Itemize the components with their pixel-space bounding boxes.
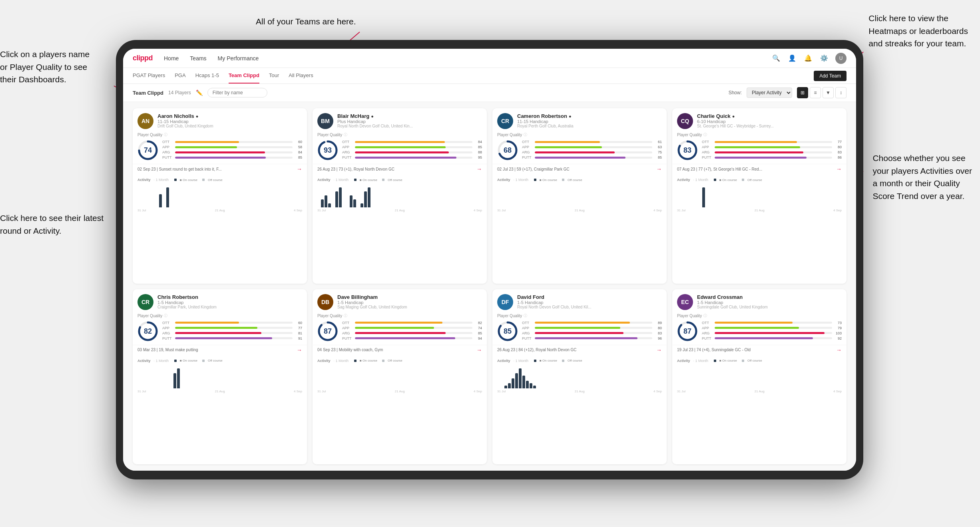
subtabs: PGAT Players PGA Hcaps 1-5 Team Clippd T… bbox=[123, 68, 856, 84]
stat-value: 96 bbox=[654, 336, 662, 340]
verified-icon: ● bbox=[196, 114, 199, 119]
filter-icon[interactable]: ▼ bbox=[823, 87, 834, 98]
quality-circle[interactable]: 93 bbox=[317, 140, 338, 161]
on-course-legend-label: ■ On course bbox=[180, 178, 197, 182]
stat-bar-fill bbox=[175, 332, 261, 334]
avatar[interactable]: U bbox=[835, 53, 847, 64]
quality-circle[interactable]: 82 bbox=[137, 321, 158, 342]
stat-bar-fill bbox=[535, 337, 637, 339]
quality-content: 87 OTT 82 APP 74 ARG 85 PUTT bbox=[317, 321, 482, 342]
stat-bar-fill bbox=[535, 327, 620, 329]
stat-label: ARG bbox=[702, 150, 713, 154]
grid-view-icon[interactable]: ⊞ bbox=[797, 87, 808, 98]
edit-icon[interactable]: ✏️ bbox=[196, 89, 203, 96]
nav-home[interactable]: Home bbox=[164, 55, 179, 62]
stat-row: ARG 81 bbox=[162, 331, 302, 335]
subtab-pgat[interactable]: PGAT Players bbox=[133, 68, 165, 84]
chart-label-start: 31 Jul bbox=[137, 209, 146, 212]
latest-round-arrow[interactable]: → bbox=[836, 347, 842, 353]
player-name[interactable]: Edward Crossman bbox=[697, 294, 842, 300]
stat-value: 92 bbox=[834, 336, 842, 340]
player-name[interactable]: Dave Billingham bbox=[337, 294, 482, 300]
show-label: Show: bbox=[729, 90, 742, 95]
subtab-hcaps[interactable]: Hcaps 1-5 bbox=[195, 68, 219, 84]
latest-round-arrow[interactable]: → bbox=[656, 347, 662, 353]
chart-label-mid: 21 Aug bbox=[395, 209, 405, 212]
activity-period: · 1 Month bbox=[514, 178, 529, 182]
quality-circle[interactable]: 83 bbox=[677, 140, 698, 161]
player-club: Sunningdale Golf Club, United Kingdom bbox=[697, 305, 842, 309]
stat-row: PUTT 94 bbox=[342, 336, 482, 340]
nav-teams[interactable]: Teams bbox=[190, 55, 206, 62]
on-course-legend-label: ■ On course bbox=[540, 178, 557, 182]
stat-row: PUTT 86 bbox=[702, 155, 842, 159]
off-course-legend-dot bbox=[382, 360, 384, 362]
on-course-legend-label: ■ On course bbox=[719, 359, 737, 362]
stat-bar-bg bbox=[175, 322, 293, 324]
search-icon[interactable]: 🔍 bbox=[771, 54, 781, 63]
stat-label: OTT bbox=[522, 140, 533, 144]
quality-section: Player Quality ⓘ 93 OTT 84 APP 85 bbox=[313, 132, 487, 164]
subtab-pga[interactable]: PGA bbox=[175, 68, 185, 84]
latest-round: 26 Aug 23 | 73 (+1), Royal North Devon G… bbox=[313, 164, 487, 175]
quality-circle[interactable]: 87 bbox=[677, 321, 698, 342]
latest-round: 02 Jul 23 | 59 (+17), Craigmillar Park G… bbox=[492, 164, 667, 175]
quality-circle[interactable]: 68 bbox=[497, 140, 518, 161]
latest-round-arrow[interactable]: → bbox=[476, 347, 482, 353]
chart-bar bbox=[519, 368, 522, 388]
subtab-tour[interactable]: Tour bbox=[269, 68, 279, 84]
on-course-legend-dot bbox=[354, 179, 357, 181]
latest-round-arrow[interactable]: → bbox=[297, 347, 302, 353]
subtab-team-clippd[interactable]: Team Clippd bbox=[229, 68, 259, 84]
quality-circle[interactable]: 87 bbox=[317, 321, 338, 342]
nav-my-performance[interactable]: My Performance bbox=[218, 55, 259, 62]
annotation-top-center: All of your Teams are here. bbox=[256, 15, 356, 28]
player-name[interactable]: Cameron Robertson ● bbox=[517, 113, 662, 119]
bell-icon[interactable]: 🔔 bbox=[803, 54, 813, 63]
list-view-icon[interactable]: ≡ bbox=[810, 87, 821, 98]
annotation-left-top: Click on a players nameor Player Quality… bbox=[0, 48, 90, 86]
activity-title: Activity bbox=[137, 359, 151, 363]
player-name[interactable]: Blair McHarg ● bbox=[337, 113, 482, 119]
stat-label: OTT bbox=[162, 140, 173, 144]
latest-round-arrow[interactable]: → bbox=[476, 166, 482, 172]
quality-circle[interactable]: 74 bbox=[137, 140, 158, 161]
player-name[interactable]: Aaron Nicholls ● bbox=[157, 113, 302, 119]
chart-area bbox=[137, 183, 302, 207]
latest-round-arrow[interactable]: → bbox=[836, 166, 842, 172]
stat-bar-bg bbox=[715, 337, 832, 339]
stat-value: 84 bbox=[294, 150, 302, 154]
latest-round-arrow[interactable]: → bbox=[656, 166, 662, 172]
verified-icon: ● bbox=[371, 114, 374, 119]
chart-labels: 31 Jul 21 Aug 4 Sep bbox=[497, 209, 662, 212]
stat-label: PUTT bbox=[522, 155, 533, 159]
latest-round-arrow[interactable]: → bbox=[297, 166, 302, 172]
user-icon[interactable]: 👤 bbox=[787, 54, 797, 63]
navbar-logo: clippd bbox=[133, 54, 153, 62]
off-course-legend-dot bbox=[382, 179, 384, 181]
settings-icon[interactable]: ⚙️ bbox=[819, 54, 829, 63]
player-name[interactable]: David Ford bbox=[517, 294, 662, 300]
on-course-legend-label: ■ On course bbox=[360, 359, 377, 362]
quality-circle[interactable]: 85 bbox=[497, 321, 518, 342]
add-team-button[interactable]: Add Team bbox=[814, 71, 847, 81]
stat-bar-bg bbox=[535, 157, 652, 159]
show-select[interactable]: Player Activity bbox=[747, 88, 792, 98]
latest-round-text: 02 Sep 23 | Sunset round to get back int… bbox=[137, 167, 297, 171]
sort-icon[interactable]: ↕ bbox=[835, 87, 847, 98]
stat-value: 85 bbox=[654, 155, 662, 159]
search-input[interactable] bbox=[207, 88, 267, 97]
player-club: Drift Golf Club, United Kingdom bbox=[157, 124, 302, 128]
stat-value: 60 bbox=[294, 321, 302, 325]
stat-label: APP bbox=[702, 145, 713, 149]
chart-label-mid: 21 Aug bbox=[395, 390, 405, 393]
subtab-all-players[interactable]: All Players bbox=[289, 68, 313, 84]
player-name[interactable]: Charlie Quick ● bbox=[697, 113, 842, 119]
stat-value: 83 bbox=[654, 331, 662, 335]
chart-label-start: 31 Jul bbox=[317, 390, 326, 393]
stat-label: APP bbox=[702, 326, 713, 330]
on-course-legend-dot bbox=[354, 360, 357, 362]
player-name[interactable]: Chris Robertson bbox=[157, 294, 302, 300]
chart-area bbox=[137, 364, 302, 388]
off-course-legend-label: Off course bbox=[568, 178, 582, 182]
